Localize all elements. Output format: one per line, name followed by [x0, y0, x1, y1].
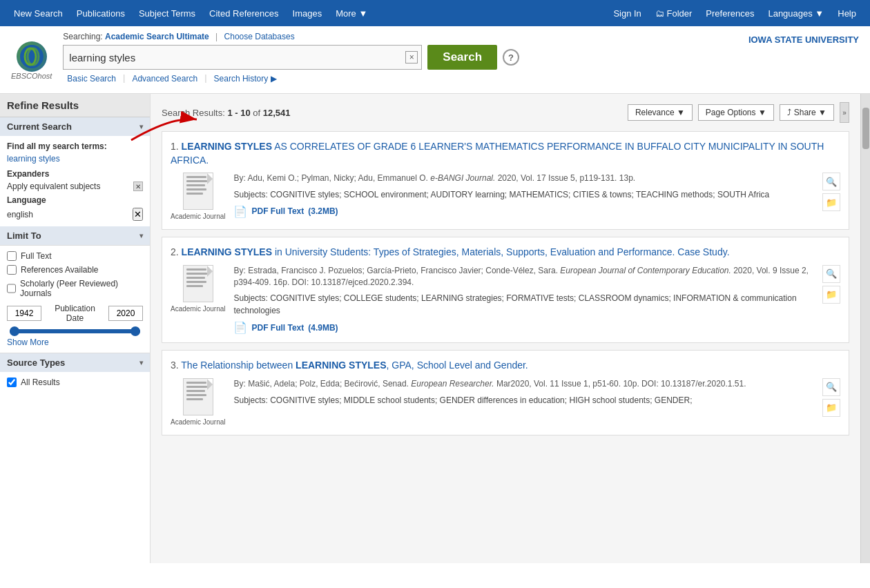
result-item-3: 3. The Relationship between Learning Sty… — [162, 350, 849, 435]
choose-databases-link[interactable]: Choose Databases — [224, 32, 295, 41]
scroll-thumb[interactable] — [862, 108, 869, 149]
result-title-2[interactable]: 2. Learning Styles in University Student… — [171, 246, 840, 259]
result-actions-1: 🔍 📁 — [822, 173, 840, 221]
nav-cited-references[interactable]: Cited References — [202, 8, 285, 19]
show-more-link[interactable]: Show More — [7, 337, 143, 347]
relevance-dropdown[interactable]: Relevance ▼ — [628, 104, 693, 121]
advanced-search-link[interactable]: Advanced Search — [128, 72, 202, 85]
folder-button-2[interactable]: 📁 — [822, 286, 840, 304]
nav-more[interactable]: More ▼ — [329, 8, 374, 19]
result-highlight-3: Learning Styles — [296, 360, 386, 371]
result-authors-1: By: Adu, Kemi O.; Pylman, Nicky; Adu, Em… — [233, 173, 427, 183]
full-text-label[interactable]: Full Text — [21, 251, 51, 261]
nav-images[interactable]: Images — [286, 8, 329, 19]
nav-preferences[interactable]: Preferences — [699, 8, 761, 19]
ebsco-circle-logo — [17, 41, 47, 72]
result-num-3: 3. — [171, 360, 181, 371]
find-all-label: Find all my search terms: — [7, 141, 143, 151]
search-input[interactable] — [63, 45, 422, 70]
scrollbar[interactable] — [860, 94, 870, 563]
result-actions-3: 🔍 📁 — [822, 378, 840, 427]
search-input-wrap: × — [63, 45, 422, 70]
page-options-dropdown[interactable]: Page Options ▼ — [698, 104, 774, 121]
nav-new-search[interactable]: New Search — [7, 8, 70, 19]
remove-expander-button[interactable]: ✕ — [133, 182, 143, 191]
source-types-label: Source Types — [7, 357, 65, 368]
results-count: Search Results: 1 - 10 of 12,541 — [162, 108, 291, 118]
all-results-label[interactable]: All Results — [21, 378, 60, 387]
nav-folder[interactable]: 🗂 Folder — [648, 8, 699, 19]
result-subjects-3: Subjects: COGNITIVE styles; MIDDLE schoo… — [233, 394, 809, 406]
pdf-icon-2: 📄 — [233, 321, 247, 334]
slider-track[interactable] — [10, 329, 140, 333]
pdf-size-2: (4.9MB) — [308, 323, 338, 333]
nav-publications[interactable]: Publications — [70, 8, 132, 19]
search-history-link[interactable]: Search History ▶ — [210, 72, 281, 85]
pub-date-to-input[interactable] — [108, 306, 143, 321]
result-info-3: By: Mašić, Adela; Polz, Edda; Bećirović,… — [233, 378, 809, 427]
result-item-2: 2. Learning Styles in University Student… — [162, 237, 849, 343]
doc-type-label-1: Academic Journal — [171, 213, 225, 221]
doc-icon-2 — [183, 265, 213, 302]
pub-date-row: Publication Date — [7, 304, 143, 324]
pub-date-from-input[interactable] — [7, 306, 41, 321]
toggle-sidebar-right[interactable]: » — [840, 102, 849, 123]
result-title-rest-2: in University Students: Types of Strateg… — [272, 246, 729, 257]
full-text-checkbox[interactable] — [7, 251, 17, 261]
help-button[interactable]: ? — [503, 49, 519, 66]
result-num-1: 1. — [171, 141, 182, 152]
references-checkbox[interactable] — [7, 265, 17, 275]
database-link[interactable]: Academic Search Ultimate — [105, 32, 209, 41]
expanders-label: Expanders — [7, 169, 143, 179]
search-button[interactable]: Search — [427, 45, 497, 70]
pub-date-slider[interactable] — [7, 329, 143, 333]
doc-type-label-3: Academic Journal — [171, 418, 225, 427]
result-num-2: 2. — [171, 246, 182, 257]
slider-thumb-right[interactable] — [130, 326, 140, 336]
result-body-1: Academic Journal By: Adu, Kemi O.; Pylma… — [171, 173, 840, 221]
basic-search-link[interactable]: Basic Search — [63, 72, 120, 85]
nav-subject-terms[interactable]: Subject Terms — [132, 8, 202, 19]
preview-button-2[interactable]: 🔍 — [822, 265, 840, 283]
folder-button-1[interactable]: 📁 — [822, 193, 840, 211]
scholarly-label[interactable]: Scholarly (Peer Reviewed) Journals — [20, 279, 143, 298]
search-links: Basic Search | Advanced Search | Search … — [63, 72, 519, 89]
preview-button-1[interactable]: 🔍 — [822, 173, 840, 190]
current-search-section[interactable]: Current Search ▾ — [0, 117, 150, 136]
result-subjects-2: Subjects: COGNITIVE styles; COLLEGE stud… — [233, 292, 809, 317]
result-item-1: 1. LEARNING STYLES AS CORRELATES OF GRAD… — [162, 131, 849, 230]
remove-language-button[interactable]: ✕ — [133, 208, 143, 221]
content-area: Search Results: 1 - 10 of 12,541 Relevan… — [151, 94, 860, 563]
slider-thumb-left[interactable] — [10, 326, 19, 336]
folder-button-3[interactable]: 📁 — [822, 399, 840, 417]
scholarly-checkbox[interactable] — [7, 284, 16, 293]
link-sep: | — [123, 72, 125, 85]
iowa-state-label: IOWA STATE UNIVERSITY — [748, 35, 859, 45]
limit-to-section-header[interactable]: Limit To ▾ — [0, 226, 150, 245]
result-title-rest-3: , GPA, School Level and Gender. — [387, 360, 528, 371]
result-icon-1: Academic Journal — [171, 173, 225, 221]
result-authors-2: By: Estrada, Francisco J. Pozuelos; Garc… — [233, 266, 558, 275]
refine-title: Refine Results — [7, 99, 79, 111]
source-types-header[interactable]: Source Types ▾ — [0, 353, 150, 372]
limit-to-content: Full Text References Available Scholarly… — [0, 245, 150, 353]
source-types-chevron: ▾ — [139, 359, 143, 366]
all-results-checkbox[interactable] — [7, 378, 17, 387]
nav-help[interactable]: Help — [831, 8, 863, 19]
search-term-link[interactable]: learning styles — [7, 154, 143, 164]
result-meta-1: By: Adu, Kemi O.; Pylman, Nicky; Adu, Em… — [233, 173, 809, 184]
nav-languages[interactable]: Languages ▼ — [761, 8, 831, 19]
share-button[interactable]: ⤴ Share ▼ — [780, 104, 834, 121]
clear-search-button[interactable]: × — [405, 51, 418, 63]
preview-button-3[interactable]: 🔍 — [822, 378, 840, 396]
nav-sign-in[interactable]: Sign In — [606, 8, 648, 19]
pdf-link-2[interactable]: 📄 PDF Full Text (4.9MB) — [233, 321, 809, 334]
result-title-1[interactable]: 1. LEARNING STYLES AS CORRELATES OF GRAD… — [171, 140, 840, 167]
result-info-2: By: Estrada, Francisco J. Pozuelos; Garc… — [233, 265, 809, 335]
references-label[interactable]: References Available — [21, 265, 99, 275]
results-range: 1 - 10 — [227, 108, 250, 118]
results-count-text: Search Results: — [162, 108, 225, 118]
pdf-link-1[interactable]: 📄 PDF Full Text (3.2MB) — [233, 205, 809, 218]
page-options-label: Page Options ▼ — [706, 108, 766, 117]
result-title-3[interactable]: 3. The Relationship between Learning Sty… — [171, 359, 840, 373]
